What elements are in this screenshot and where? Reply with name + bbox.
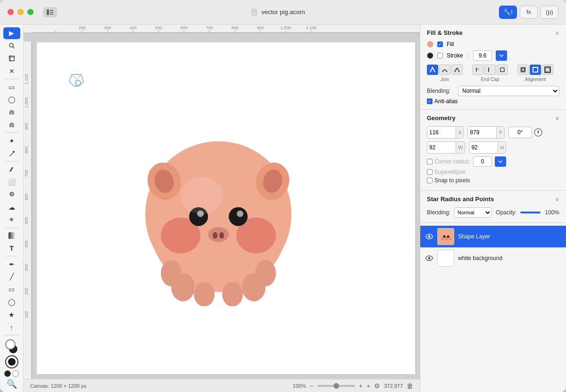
- blending-select[interactable]: Normal: [458, 86, 559, 96]
- white-swatch[interactable]: [12, 370, 19, 377]
- brush-tool[interactable]: [3, 147, 20, 159]
- star-radius-collapse[interactable]: ∨: [555, 196, 559, 203]
- stroke-checkbox[interactable]: [437, 53, 443, 58]
- pen-tool[interactable]: ✒: [3, 258, 20, 270]
- clone-tool[interactable]: [3, 188, 20, 200]
- toolbar-panel-button[interactable]: 🔧!: [499, 6, 517, 19]
- ruler-top: 200 300 400 500 600 700 80: [24, 24, 420, 33]
- fx-panel-button[interactable]: fx: [520, 6, 538, 19]
- right-panel: Fill & Stroke ∨ Fill Stroke :: [420, 24, 566, 392]
- superellipse-row: Superellipse: [427, 169, 559, 175]
- fill-checkbox[interactable]: [437, 41, 443, 47]
- tool-separator-1: [4, 79, 19, 79]
- ellipse-shape-tool[interactable]: ◯: [3, 296, 20, 308]
- w-input[interactable]: [427, 142, 456, 153]
- svg-point-12: [13, 151, 15, 153]
- endcap-label: End Cap: [481, 77, 499, 82]
- line-tool[interactable]: ╱: [3, 271, 20, 283]
- cloud-tool[interactable]: ☁: [3, 201, 20, 213]
- h-input[interactable]: [469, 142, 498, 153]
- p-panel-button[interactable]: (p): [541, 6, 558, 19]
- corner-radius-dropdown-button[interactable]: [495, 156, 506, 167]
- minimize-button[interactable]: [17, 9, 24, 15]
- layer-item-background[interactable]: white background: [420, 247, 566, 269]
- lasso-tool[interactable]: ⋒: [3, 106, 20, 118]
- y-input[interactable]: [468, 127, 496, 138]
- color-swatch-area: 🔍: [3, 339, 20, 389]
- fill-stroke-collapse[interactable]: ∨: [555, 30, 559, 36]
- angle-group: [508, 127, 542, 138]
- ellipse-marquee-tool[interactable]: ◯: [3, 94, 20, 106]
- join-label: Join: [441, 77, 449, 82]
- settings-button[interactable]: ⚙: [374, 382, 380, 390]
- rectangle-tool[interactable]: ▭: [3, 284, 20, 295]
- paint-bucket-tool[interactable]: [3, 163, 20, 175]
- zoom-out-button[interactable]: −: [310, 382, 314, 390]
- align-inside-button[interactable]: [517, 65, 529, 75]
- main-color-swatch[interactable]: [5, 355, 18, 368]
- join-miter-button[interactable]: [427, 65, 438, 75]
- endcap-square-button[interactable]: [497, 65, 508, 75]
- zoom-tool[interactable]: [3, 40, 20, 52]
- corner-radius-input[interactable]: [473, 156, 492, 167]
- fullscreen-button[interactable]: [27, 9, 33, 15]
- canvas-viewport[interactable]: [32, 33, 420, 379]
- alignment-label: Alignment: [525, 77, 546, 82]
- align-outside-button[interactable]: [542, 65, 553, 75]
- geometry-section: Geometry ∨ X Y: [420, 110, 566, 191]
- join-round-button[interactable]: [439, 65, 450, 75]
- angle-input[interactable]: [508, 127, 532, 138]
- opacity-value: 100%: [544, 209, 559, 216]
- gradient-tool[interactable]: [3, 230, 20, 242]
- corner-radius-enable-checkbox[interactable]: [427, 159, 433, 164]
- select-tool[interactable]: ▶: [3, 27, 20, 39]
- black-swatch[interactable]: [4, 370, 11, 377]
- sidebar-toggle-button[interactable]: [43, 7, 57, 17]
- endcap-round-button[interactable]: [484, 65, 496, 75]
- zoom-in-button[interactable]: +: [359, 382, 363, 390]
- canvas-surface: [37, 42, 415, 374]
- magic-wand-tool[interactable]: ✦: [3, 135, 20, 147]
- superellipse-checkbox[interactable]: [427, 169, 433, 175]
- stroke-value-input[interactable]: [473, 50, 492, 61]
- fill-color-swatch[interactable]: [427, 41, 433, 48]
- text-tool[interactable]: T: [3, 243, 20, 254]
- stroke-color-swatch[interactable]: [427, 52, 433, 59]
- arrow-shape-tool[interactable]: ↑: [3, 321, 20, 333]
- svg-text:1,000: 1,000: [281, 25, 291, 30]
- geometry-collapse[interactable]: ∨: [555, 115, 559, 122]
- x-input[interactable]: [427, 127, 456, 138]
- star-radius-section: Star Radius and Points ∨ Blending: Norma…: [420, 191, 566, 223]
- crop-tool[interactable]: [3, 53, 20, 65]
- join-group: Join: [427, 65, 463, 82]
- align-center-button[interactable]: [530, 65, 541, 75]
- layer-visibility-background[interactable]: [425, 254, 433, 262]
- star-blending-select[interactable]: Normal: [454, 207, 492, 218]
- add-layer-button[interactable]: +: [366, 382, 370, 390]
- antialias-checkbox[interactable]: [427, 98, 433, 104]
- svg-text:200: 200: [24, 287, 29, 294]
- opacity-slider[interactable]: [520, 212, 541, 213]
- svg-point-69: [194, 282, 215, 306]
- eraser-tool[interactable]: ⬜: [3, 176, 20, 188]
- trash-button[interactable]: 🗑: [407, 382, 413, 390]
- layer-item-shape[interactable]: Shape Layer: [420, 226, 566, 247]
- h-input-group: H: [469, 141, 506, 154]
- dodge-burn-tool[interactable]: ☀: [3, 214, 20, 226]
- stroke-dropdown-button[interactable]: [496, 50, 507, 61]
- background-color-swatch[interactable]: [5, 339, 16, 350]
- svg-point-89: [444, 237, 448, 240]
- join-bevel-button[interactable]: [451, 65, 463, 75]
- zoom-slider[interactable]: [317, 385, 355, 387]
- marquee-tool[interactable]: ▭: [3, 81, 20, 93]
- angle-dial[interactable]: [534, 128, 542, 137]
- close-button[interactable]: [8, 9, 14, 15]
- zoom-indicator[interactable]: 🔍: [7, 379, 17, 389]
- star-tool[interactable]: ★: [3, 309, 20, 321]
- transform-tool[interactable]: ✕: [3, 65, 20, 77]
- layer-visibility-shape[interactable]: [425, 232, 433, 241]
- snap-checkbox[interactable]: [427, 178, 433, 183]
- endcap-butt-button[interactable]: [472, 65, 483, 75]
- poly-lasso-tool[interactable]: ⋒: [3, 119, 20, 131]
- endcap-group: End Cap: [472, 65, 508, 82]
